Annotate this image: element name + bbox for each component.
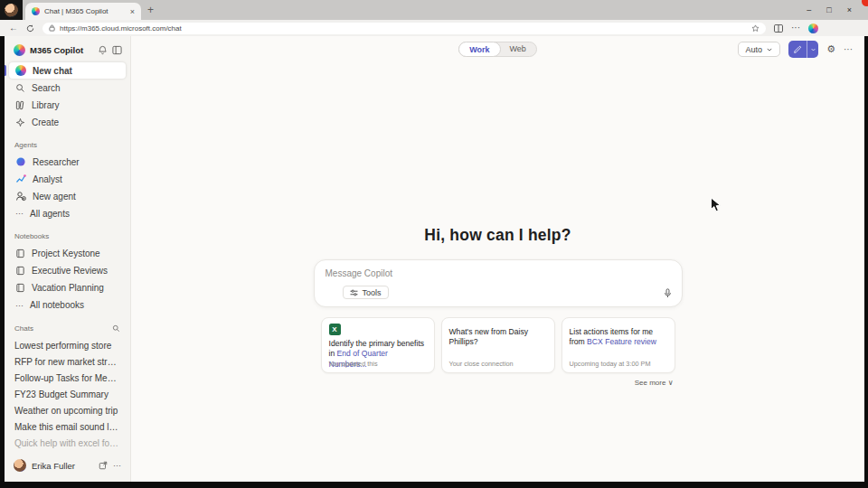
compose-dropdown-button[interactable] bbox=[807, 41, 818, 58]
sidebar-item-search[interactable]: Search bbox=[9, 80, 126, 96]
greeting-heading: Hi, how can I help? bbox=[131, 226, 864, 245]
new-tab-button[interactable]: + bbox=[147, 3, 154, 17]
notebook-icon bbox=[15, 249, 25, 258]
sidebar-item-analyst[interactable]: Analyst bbox=[9, 171, 126, 187]
suggestion-cards-section: X Identify the primary benefits in End o… bbox=[321, 317, 675, 387]
suggestion-cards: X Identify the primary benefits in End o… bbox=[321, 317, 675, 373]
address-bar[interactable]: https://m365.cloud.microsoft.com/chat bbox=[42, 23, 766, 34]
analyst-icon bbox=[15, 174, 26, 184]
sidebar-item-new-agent[interactable]: New agent bbox=[9, 188, 126, 204]
tools-button[interactable]: Tools bbox=[343, 286, 389, 299]
header-more-icon[interactable]: ··· bbox=[844, 45, 853, 54]
chevron-down-icon: ∨ bbox=[668, 379, 674, 387]
split-screen-icon[interactable] bbox=[774, 24, 783, 33]
webcam-avatar bbox=[5, 4, 18, 17]
ellipsis-icon: ··· bbox=[15, 209, 24, 218]
compose-button[interactable] bbox=[788, 41, 807, 58]
sidebar-item-label: Create bbox=[32, 117, 59, 127]
chats-label: Chats bbox=[14, 324, 33, 333]
excel-file-icon: X bbox=[329, 324, 341, 335]
new-agent-icon bbox=[15, 191, 26, 202]
suggestion-card-meeting[interactable]: List actions items for me from BCX Featu… bbox=[561, 317, 675, 373]
researcher-icon bbox=[15, 156, 26, 167]
browser-more-icon[interactable]: ··· bbox=[791, 23, 800, 33]
close-button[interactable]: × bbox=[847, 5, 852, 14]
browser-titlebar: Chat | M365 Copilot × + – □ × bbox=[0, 0, 868, 20]
section-chats: Chats bbox=[5, 314, 130, 337]
toggle-web[interactable]: Web bbox=[500, 42, 536, 56]
chat-item[interactable]: FY23 Budget Summary bbox=[5, 386, 130, 402]
card-meeting-link[interactable]: BCX Feature review bbox=[587, 337, 656, 346]
maximize-button[interactable]: □ bbox=[826, 5, 831, 14]
microphone-icon[interactable] bbox=[664, 288, 672, 298]
brand-row: M365 Copilot bbox=[5, 36, 130, 62]
sidebar-item-new-chat[interactable]: New chat bbox=[9, 62, 126, 79]
chevron-down-icon bbox=[811, 48, 816, 52]
copilot-favicon-icon bbox=[32, 7, 40, 15]
sidebar-item-label: New agent bbox=[33, 192, 76, 202]
chat-item[interactable]: Follow-up Tasks for Meeting bbox=[5, 370, 130, 386]
sidebar-item-label: Library bbox=[32, 100, 60, 110]
browser-tab[interactable]: Chat | M365 Copilot × bbox=[25, 3, 141, 20]
sidebar-item-label: New chat bbox=[33, 66, 72, 76]
sidebar-item-library[interactable]: Library bbox=[9, 97, 126, 113]
sliders-icon bbox=[350, 289, 358, 296]
model-selector-button[interactable]: Auto bbox=[738, 42, 781, 57]
chat-item[interactable]: Lowest performing store bbox=[5, 337, 130, 353]
m365-copilot-logo-icon bbox=[14, 44, 25, 56]
collapse-sidebar-icon[interactable] bbox=[112, 45, 122, 55]
section-notebooks: Notebooks bbox=[5, 222, 130, 245]
suggestion-card-excel[interactable]: X Identify the primary benefits in End o… bbox=[321, 317, 435, 373]
url-text[interactable]: https://m365.cloud.microsoft.com/chat bbox=[60, 24, 747, 33]
sidebar-item-project-keystone[interactable]: Project Keystone bbox=[9, 245, 126, 261]
chats-search-icon[interactable] bbox=[112, 324, 120, 333]
message-composer[interactable]: Message Copilot Tools bbox=[314, 259, 683, 307]
toggle-work[interactable]: Work bbox=[458, 42, 500, 57]
tab-close-icon[interactable]: × bbox=[130, 7, 135, 16]
card-footer: Your close connection bbox=[449, 360, 514, 368]
refresh-icon[interactable] bbox=[26, 24, 34, 33]
card-footer: You updated this bbox=[329, 360, 378, 368]
favorites-star-icon[interactable] bbox=[751, 24, 760, 33]
browser-toolbar: ← https://m365.cloud.microsoft.com/chat … bbox=[0, 20, 868, 36]
chat-item[interactable]: Make this email sound less aggressi... bbox=[5, 418, 130, 435]
suggestion-card-person[interactable]: What's new from Daisy Phillips? Your clo… bbox=[441, 317, 555, 373]
see-more-link[interactable]: See more bbox=[635, 379, 666, 387]
sidebar-item-executive-reviews[interactable]: Executive Reviews bbox=[9, 262, 126, 278]
notebook-icon bbox=[15, 266, 25, 276]
user-avatar[interactable] bbox=[14, 459, 26, 472]
sidebar-item-create[interactable]: Create bbox=[9, 114, 126, 130]
open-in-new-icon[interactable] bbox=[99, 461, 108, 470]
notifications-bell-icon[interactable] bbox=[98, 45, 108, 55]
webcam-overlay bbox=[0, 0, 23, 20]
model-selector-label: Auto bbox=[746, 45, 763, 54]
sidebar-item-all-agents[interactable]: ··· All agents bbox=[9, 205, 126, 221]
section-agents: Agents bbox=[5, 131, 130, 154]
card-title: What's new from Daisy Phillips? bbox=[449, 327, 547, 348]
minimize-button[interactable]: – bbox=[807, 5, 811, 14]
back-icon[interactable]: ← bbox=[9, 23, 18, 33]
edge-copilot-icon[interactable] bbox=[808, 23, 818, 33]
sidebar-item-label: Vacation Planning bbox=[32, 283, 104, 293]
search-icon bbox=[15, 83, 25, 93]
main-content: Work Web Auto ⚙ ··· Hi, how can I help? bbox=[131, 36, 864, 482]
library-icon bbox=[15, 100, 25, 110]
chat-item[interactable]: Quick help with excel formulas bbox=[5, 435, 130, 451]
recording-indicator bbox=[862, 0, 868, 6]
chat-item[interactable]: Weather on upcoming trip bbox=[5, 402, 130, 418]
new-chat-copilot-icon bbox=[15, 65, 26, 76]
site-info-lock-icon[interactable] bbox=[49, 24, 55, 32]
sidebar-item-label: Search bbox=[32, 83, 61, 93]
chat-item[interactable]: RFP for new market strategies and c... bbox=[5, 353, 130, 370]
sidebar: M365 Copilot New chat Search Library bbox=[5, 36, 131, 482]
user-name: Erika Fuller bbox=[32, 461, 93, 471]
sidebar-item-all-notebooks[interactable]: ··· All notebooks bbox=[9, 297, 126, 314]
sidebar-item-label: Executive Reviews bbox=[32, 266, 108, 276]
settings-gear-icon[interactable]: ⚙ bbox=[826, 44, 835, 54]
sidebar-item-researcher[interactable]: Researcher bbox=[9, 154, 126, 170]
user-more-icon[interactable]: ··· bbox=[113, 461, 121, 470]
sidebar-item-label: Analyst bbox=[33, 174, 62, 184]
sidebar-item-vacation-planning[interactable]: Vacation Planning bbox=[9, 279, 126, 296]
composer-placeholder: Message Copilot bbox=[326, 268, 392, 278]
m365-copilot-app: M365 Copilot New chat Search Library bbox=[5, 36, 864, 482]
